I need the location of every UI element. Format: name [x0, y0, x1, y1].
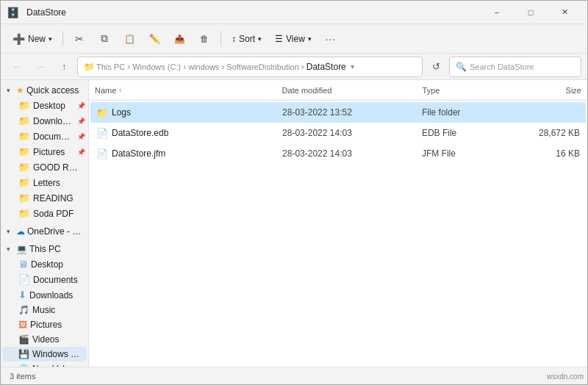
- window-controls: − □ ✕: [480, 1, 581, 24]
- file-size: 28,672 KB: [514, 128, 580, 138]
- sidebar-pictures-label: Pictures: [33, 147, 65, 157]
- col-header-size[interactable]: Size: [516, 86, 581, 95]
- sidebar-item-goodread[interactable]: 📁 GOOD READ: [2, 159, 87, 175]
- more-button[interactable]: ···: [319, 27, 343, 51]
- forward-button[interactable]: →: [30, 57, 51, 77]
- thispc-desktop[interactable]: 🖥 Desktop: [2, 256, 87, 272]
- search-box[interactable]: 🔍 Search DataStore: [449, 57, 581, 77]
- thispc-new-volume[interactable]: 💿 New Volume (D:): [2, 361, 87, 367]
- delete-button[interactable]: 🗑: [193, 27, 216, 51]
- thispc-windows-label: Windows (C:): [32, 349, 82, 359]
- file-name: 📁 Logs: [96, 107, 282, 118]
- status-text: 3 items: [10, 372, 35, 381]
- desktop-folder-icon: 📁: [18, 100, 30, 111]
- address-path[interactable]: 📁 This PC › Windows (C:) › windows › Sof…: [77, 57, 423, 77]
- thispc-pictures-label: Pictures: [30, 320, 62, 330]
- address-bar: ← → ↑ 📁 This PC › Windows (C:) › windows…: [1, 54, 587, 80]
- view-arrow: ▾: [308, 35, 312, 43]
- thispc-windows-icon: 💾: [18, 349, 29, 359]
- onedrive-header[interactable]: ▾ ☁ OneDrive - Persona: [2, 224, 87, 239]
- file-row[interactable]: 📄 DataStore.jfm 28-03-2022 14:03 JFM Fil…: [90, 143, 586, 164]
- col-name-label: Name: [95, 86, 116, 95]
- file-date: 28-03-2022 14:03: [282, 148, 422, 159]
- thispc-icon: 💻: [16, 244, 27, 254]
- thispc-videos-icon: 🎬: [18, 334, 29, 345]
- refresh-button[interactable]: ↺: [426, 57, 446, 77]
- file-type: EDB File: [422, 128, 515, 138]
- thispc-pictures[interactable]: 🖼 Pictures: [2, 317, 87, 332]
- file-icon: 📄: [96, 148, 108, 159]
- goodread-folder-icon: 📁: [18, 162, 30, 173]
- sidebar-item-desktop[interactable]: 📁 Desktop 📌: [2, 98, 87, 113]
- new-icon: ➕: [12, 33, 25, 45]
- quickaccess-label: Quick access: [26, 85, 82, 96]
- sep-3: ›: [221, 62, 224, 72]
- letters-folder-icon: 📁: [18, 177, 30, 188]
- view-icon: ☰: [275, 34, 283, 44]
- col-header-name[interactable]: Name ↑: [95, 86, 282, 95]
- up-button[interactable]: ↑: [54, 57, 74, 77]
- breadcrumb-icon: 📁: [84, 62, 95, 72]
- file-date: 28-03-2022 14:03: [282, 128, 422, 138]
- col-header-type[interactable]: Type: [423, 86, 516, 95]
- thispc-downloads-icon: ⬇: [18, 289, 26, 301]
- file-row[interactable]: 📁 Logs 28-03-2022 13:52 File folder: [90, 102, 586, 123]
- folder-icon: 📁: [96, 107, 108, 118]
- close-button[interactable]: ✕: [548, 1, 581, 24]
- onedrive-icon: ☁: [16, 226, 25, 237]
- quickaccess-chevron-icon: ▾: [7, 87, 14, 94]
- sidebar-item-sodapdf[interactable]: 📁 Soda PDF: [2, 206, 87, 221]
- thispc-music[interactable]: 🎵 Music: [2, 303, 87, 317]
- sort-icon: ↕: [232, 34, 236, 44]
- thispc-videos[interactable]: 🎬 Videos: [2, 332, 87, 347]
- sidebar-item-downloads[interactable]: 📁 Downloads 📌: [2, 113, 87, 129]
- sidebar-item-reading[interactable]: 📁 READING: [2, 190, 87, 206]
- thispc-documents[interactable]: 📄 Documents: [2, 272, 87, 287]
- back-button[interactable]: ←: [7, 57, 27, 77]
- view-button[interactable]: ☰ View ▾: [269, 27, 318, 51]
- sidebar-goodread-label: GOOD READ: [33, 162, 82, 173]
- minimize-button[interactable]: −: [480, 1, 514, 24]
- maximize-button[interactable]: □: [514, 1, 548, 24]
- quickaccess-header[interactable]: ▾ ★ Quick access: [2, 83, 87, 98]
- new-arrow: ▾: [49, 35, 52, 43]
- quickaccess-star-icon: ★: [16, 85, 24, 96]
- col-header-date[interactable]: Date modified: [282, 86, 423, 95]
- thispc-header[interactable]: ▾ 💻 This PC: [2, 242, 87, 256]
- file-name: 📄 DataStore.jfm: [96, 148, 282, 159]
- sidebar-item-letters[interactable]: 📁 Letters: [2, 175, 87, 190]
- thispc-windows-c[interactable]: 💾 Windows (C:): [2, 347, 87, 361]
- file-row[interactable]: 📄 DataStore.edb 28-03-2022 14:03 EDB Fil…: [90, 123, 586, 143]
- path-windows: windows: [188, 62, 219, 71]
- rename-button[interactable]: ✏️: [143, 27, 166, 51]
- thispc-downloads[interactable]: ⬇ Downloads: [2, 287, 87, 303]
- file-content: Name ↑ Date modified Type Size 📁 Logs 28…: [89, 80, 587, 367]
- new-label: New: [28, 34, 46, 44]
- pictures-pin-icon: 📌: [77, 148, 85, 156]
- thispc-desktop-label: Desktop: [31, 259, 63, 270]
- file-type: JFM File: [422, 148, 515, 159]
- thispc-pictures-icon: 🖼: [18, 320, 27, 330]
- new-button[interactable]: ➕ New ▾: [7, 27, 58, 51]
- toolbar: ➕ New ▾ ✂ ⧉ 📋 ✏️ 📤 🗑 ↕ Sort ▾ ☰ View ▾ ·…: [1, 24, 587, 54]
- sidebar-item-pictures[interactable]: 📁 Pictures 📌: [2, 144, 87, 159]
- sort-arrow-icon: ↑: [118, 87, 122, 94]
- col-type-label: Type: [423, 86, 440, 95]
- sidebar: ▾ ★ Quick access 📁 Desktop 📌 📁 Downloads…: [1, 80, 89, 367]
- share-button[interactable]: 📤: [168, 27, 191, 51]
- sidebar-desktop-label: Desktop: [33, 101, 65, 111]
- main-container: ▾ ★ Quick access 📁 Desktop 📌 📁 Downloads…: [1, 80, 587, 367]
- copy-button[interactable]: ⧉: [93, 27, 116, 51]
- onedrive-label: OneDrive - Persona: [27, 226, 82, 237]
- pictures-folder-icon: 📁: [18, 146, 30, 157]
- col-size-label: Size: [566, 86, 581, 95]
- sidebar-item-documents[interactable]: 📁 Documents 📌: [2, 129, 87, 144]
- thispc-docs-icon: 📄: [18, 274, 30, 285]
- path-datastore: DataStore: [306, 62, 346, 72]
- sort-button[interactable]: ↕ Sort ▾: [226, 27, 268, 51]
- cut-button[interactable]: ✂: [68, 27, 91, 51]
- paste-button[interactable]: 📋: [118, 27, 141, 51]
- sort-arrow: ▾: [258, 35, 262, 43]
- reading-folder-icon: 📁: [18, 192, 30, 204]
- sidebar-sodapdf-label: Soda PDF: [33, 209, 74, 219]
